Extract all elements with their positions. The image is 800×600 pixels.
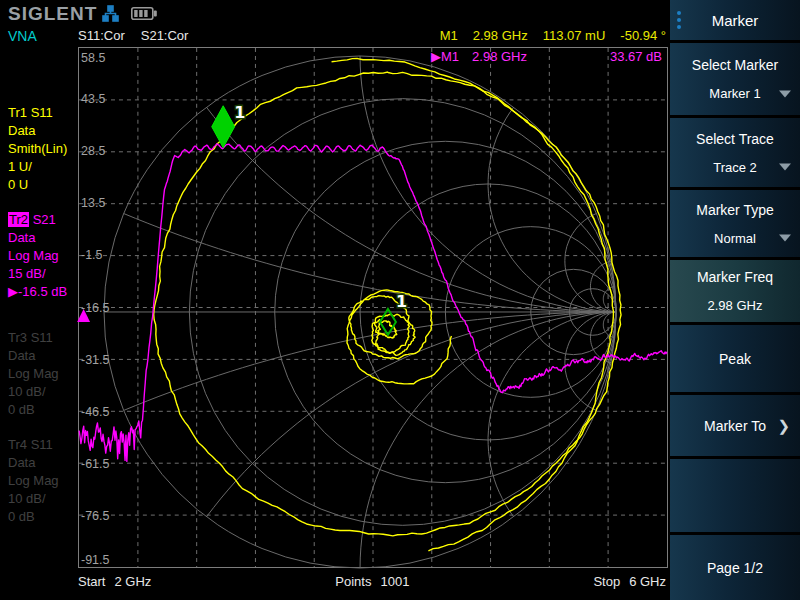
mode-label: VNA [8, 28, 37, 44]
channel-status: S11:Cor S21:Cor [78, 28, 188, 43]
trace-id: Tr1 [8, 105, 27, 120]
vna-screen: { "brand":{"logo":"SIGLENT"}, "statusbar… [0, 0, 800, 600]
menu-button-marker-freq[interactable]: Marker Freq2.98 GHz [670, 257, 800, 322]
trace-param: S11 [27, 437, 53, 452]
y-axis-tick: -31.5 [81, 353, 110, 368]
menu-button-blank [670, 456, 800, 532]
menu-button-label: Select Trace [696, 131, 774, 147]
menu-button-label: Marker Type [696, 202, 774, 218]
trace-setting: 0 U [8, 176, 67, 194]
trace-setting: Log Mag [8, 247, 67, 265]
trace-id: Tr2 [8, 212, 29, 227]
trace-setting: 0 dB [8, 401, 59, 419]
trace-block-tr4[interactable]: Tr4 S11DataLog Mag10 dB/0 dB [8, 436, 59, 526]
trace-param: S11 [27, 330, 53, 345]
trace-block-tr3[interactable]: Tr3 S11DataLog Mag10 dB/0 dB [8, 329, 59, 419]
trace-param: S21 [29, 212, 56, 227]
trace-setting: 10 dB/ [8, 490, 59, 508]
marker-value: 33.67 dB [610, 49, 662, 64]
trace-block-tr1[interactable]: Tr1 S11DataSmith(Lin)1 U/0 U [8, 104, 67, 194]
marker1-readout-trace1: M1 2.98 GHz 113.07 mU -50.94 ° [440, 28, 666, 43]
marker1-readout-trace2: ▶M1 2.98 GHz 33.67 dB [79, 49, 667, 65]
menu-button-value: Normal [714, 231, 756, 246]
menu-button-select-trace[interactable]: Select TraceTrace 2 [670, 115, 800, 187]
menu-button-marker-to[interactable]: Marker To❯ [670, 392, 800, 456]
menu-button-select-marker[interactable]: Select MarkerMarker 1 [670, 40, 800, 115]
marker-phase: -50.94 ° [620, 28, 666, 43]
chevron-right-icon: ❯ [777, 417, 790, 435]
y-axis-tick: -1.5 [81, 248, 103, 263]
menu-button-label: Page 1/2 [707, 560, 763, 576]
trace-setting: Data [8, 347, 59, 365]
trace-block-tr2[interactable]: Tr2 S21DataLog Mag15 dB/▶-16.5 dB [8, 211, 67, 301]
trace-setting: Log Mag [8, 472, 59, 490]
trace-setting: 10 dB/ [8, 383, 59, 401]
trace-id: Tr3 [8, 330, 27, 345]
trace-setting: Data [8, 122, 67, 140]
trace-setting: 15 dB/ [8, 265, 67, 283]
y-axis-tick: -61.5 [81, 457, 110, 472]
smith-chart-plot[interactable]: 11 58.543.528.513.5-1.5-16.5-31.5-46.5-6… [78, 47, 668, 568]
menu-button-label: Marker To [704, 418, 766, 434]
chevron-down-icon [779, 164, 791, 171]
points-count: Points1001 [335, 574, 409, 589]
y-axis-tick: -16.5 [81, 301, 110, 316]
chevron-down-icon [779, 90, 791, 97]
trace-id: Tr4 [8, 437, 27, 452]
marker1-label: 1 [396, 292, 407, 311]
menu-title: Marker [670, 0, 800, 40]
marker-value: 113.07 mU [543, 28, 606, 43]
trace-setting: ▶-16.5 dB [8, 283, 67, 301]
sweep-info-bar: Start2 GHz Points1001 Stop6 GHz [78, 571, 666, 591]
marker-freq: 2.98 GHz [473, 28, 528, 43]
menu-button-label: Select Marker [692, 57, 778, 73]
y-axis-tick: 13.5 [81, 196, 105, 211]
trace-sidebar: VNA Tr1 S11DataSmith(Lin)1 U/0 UTr2 S21D… [0, 26, 78, 600]
s11-status: S11:Cor [78, 28, 125, 43]
y-axis-tick: 43.5 [81, 92, 105, 107]
trace-setting: 0 dB [8, 508, 59, 526]
menu-button-value: Trace 2 [713, 160, 757, 175]
marker1-diamond-trace2 [212, 106, 235, 148]
trace-param: S11 [27, 105, 53, 120]
marker-indicator: ▶M1 [431, 49, 459, 64]
y-axis-tick: -91.5 [81, 553, 110, 568]
lan-network-icon [102, 5, 119, 26]
menu-button-label: Peak [719, 351, 751, 367]
menu-button-page-1-2[interactable]: Page 1/2 [670, 532, 800, 600]
trace-setting: Smith(Lin) [8, 140, 67, 158]
menu-button-value: 2.98 GHz [708, 298, 763, 313]
siglent-logo: SIGLENT [8, 3, 97, 25]
s21-status: S21:Cor [141, 28, 189, 43]
status-bar: SIGLENT [0, 0, 670, 26]
trace-setting: Data [8, 229, 67, 247]
menu-button-peak[interactable]: Peak [670, 322, 800, 392]
chevron-down-icon [779, 235, 791, 242]
battery-icon [131, 6, 157, 24]
plot-canvas[interactable]: 11 [79, 48, 667, 567]
marker-name: M1 [440, 28, 458, 43]
stop-freq: Stop6 GHz [593, 574, 666, 589]
trace-setting: 1 U/ [8, 158, 67, 176]
marker-freq: 2.98 GHz [472, 49, 527, 64]
menu-dots-icon [677, 11, 681, 29]
annotation-row: S11:Cor S21:Cor M1 2.98 GHz 113.07 mU -5… [78, 26, 666, 44]
start-freq: Start2 GHz [78, 574, 151, 589]
y-axis-tick: 28.5 [81, 144, 105, 159]
y-axis-tick: -46.5 [81, 405, 110, 420]
trace-setting: Data [8, 454, 59, 472]
marker1-label: 1 [234, 103, 245, 122]
trace-setting: Log Mag [8, 365, 59, 383]
menu-button-marker-type[interactable]: Marker TypeNormal [670, 187, 800, 257]
menu-button-value: Marker 1 [709, 86, 760, 101]
soft-menu: Marker Select MarkerMarker 1Select Trace… [670, 0, 800, 600]
menu-button-label: Marker Freq [697, 269, 773, 285]
y-axis-tick: -76.5 [81, 509, 110, 524]
smith-reactance-arc [488, 312, 616, 517]
